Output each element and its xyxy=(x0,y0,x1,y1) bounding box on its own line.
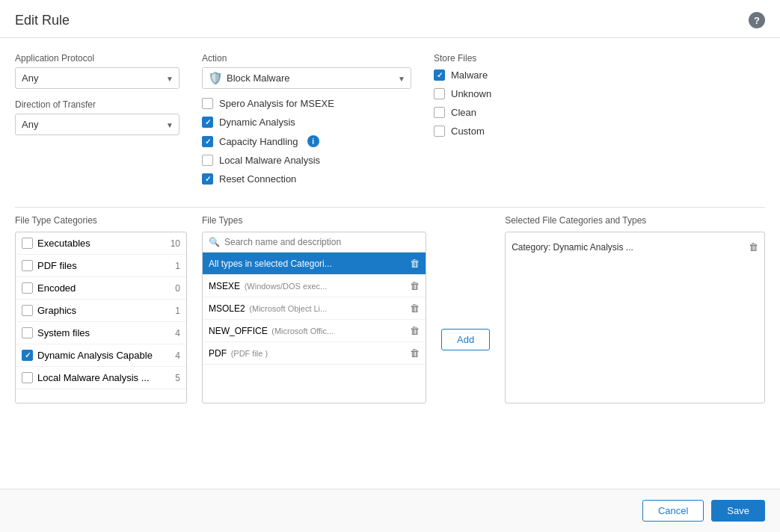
file-type-item[interactable]: NEW_OFFICE (Microsoft Offic... 🗑 xyxy=(203,320,426,342)
clean-store-label[interactable]: Clean xyxy=(451,107,476,118)
reset-checkbox-row: Reset Connection xyxy=(202,173,411,185)
direction-select-wrapper: Any xyxy=(15,114,179,135)
executables-label: Executables xyxy=(37,238,90,249)
dialog-body: Application Protocol Any Direction of Tr… xyxy=(0,38,780,489)
local-malware-analysis-checkbox[interactable] xyxy=(22,372,33,383)
dynamic-checkbox-row: Dynamic Analysis xyxy=(202,117,411,128)
encoded-count: 0 xyxy=(175,283,180,294)
file-types-box: 🔍 All types in selected Categori... 🗑 MS… xyxy=(202,232,426,403)
custom-store-row: Custom xyxy=(434,126,765,137)
file-type-item[interactable]: PDF (PDF file ) 🗑 xyxy=(203,342,426,365)
store-files-title: Store Files xyxy=(434,53,765,64)
list-item[interactable]: Dynamic Analysis Capable 4 xyxy=(16,344,186,367)
selected-files-box: Category: Dynamic Analysis ... 🗑 xyxy=(505,232,765,403)
pdf-files-checkbox[interactable] xyxy=(22,260,33,271)
selected-item: Category: Dynamic Analysis ... 🗑 xyxy=(512,238,758,256)
action-select[interactable]: Block Malware xyxy=(202,67,411,89)
action-select-wrapper: 🛡️ Block Malware xyxy=(202,67,411,89)
local-malware-checkbox[interactable] xyxy=(202,155,213,166)
msole2-label: MSOLE2 (Microsoft Object Li... xyxy=(209,303,327,314)
unknown-store-label[interactable]: Unknown xyxy=(451,88,491,99)
bottom-section: File Type Categories Executables 10 PDF … xyxy=(15,215,765,403)
search-box: 🔍 xyxy=(203,232,426,253)
unknown-store-row: Unknown xyxy=(434,88,765,99)
local-malware-analysis-label: Local Malware Analysis ... xyxy=(37,372,150,383)
list-item[interactable]: Graphics 1 xyxy=(16,300,186,322)
col-store-files: Store Files Malware Unknown Clean Custom xyxy=(434,53,765,192)
help-icon[interactable]: ? xyxy=(749,12,765,28)
list-item[interactable]: Local Malware Analysis ... 5 xyxy=(16,367,186,389)
malware-store-checkbox[interactable] xyxy=(434,69,445,81)
list-item[interactable]: Executables 10 xyxy=(16,232,186,255)
new-office-delete-icon[interactable]: 🗑 xyxy=(410,325,420,336)
reset-label[interactable]: Reset Connection xyxy=(219,173,296,185)
pdf-files-label: PDF files xyxy=(37,260,77,271)
dynamic-analysis-capable-label: Dynamic Analysis Capable xyxy=(37,350,153,361)
cancel-button[interactable]: Cancel xyxy=(642,500,704,522)
dialog-title: Edit Rule xyxy=(15,13,70,28)
col-file-categories: File Type Categories Executables 10 PDF … xyxy=(15,215,187,403)
selected-item-delete-icon[interactable]: 🗑 xyxy=(749,241,758,253)
local-malware-analysis-count: 5 xyxy=(175,373,180,383)
file-type-item[interactable]: MSOLE2 (Microsoft Object Li... 🗑 xyxy=(203,297,426,320)
top-section: Application Protocol Any Direction of Tr… xyxy=(15,53,765,192)
app-protocol-label: Application Protocol xyxy=(15,53,179,64)
app-protocol-select[interactable]: Any xyxy=(15,67,179,89)
dynamic-analysis-capable-checkbox[interactable] xyxy=(22,350,33,361)
dynamic-analysis-capable-count: 4 xyxy=(175,350,180,361)
executables-checkbox[interactable] xyxy=(22,238,33,249)
executables-count: 10 xyxy=(171,238,180,249)
local-malware-label[interactable]: Local Malware Analysis xyxy=(219,155,320,166)
system-files-checkbox[interactable] xyxy=(22,327,33,338)
col-app-protocol: Application Protocol Any Direction of Tr… xyxy=(15,53,179,192)
pdf-files-count: 1 xyxy=(175,261,180,271)
list-item[interactable]: System files 4 xyxy=(16,322,186,344)
msexe-label: MSEXE (Windows/DOS exec... xyxy=(209,280,327,291)
all-types-delete-icon[interactable]: 🗑 xyxy=(410,258,420,269)
capacity-info-icon[interactable]: i xyxy=(307,135,319,147)
add-button-wrapper: Add xyxy=(441,215,490,403)
selected-item-label: Category: Dynamic Analysis ... xyxy=(512,242,633,253)
capacity-checkbox[interactable] xyxy=(202,136,213,147)
spero-checkbox[interactable] xyxy=(202,98,213,109)
malware-store-label[interactable]: Malware xyxy=(451,69,488,81)
new-office-label: NEW_OFFICE (Microsoft Offic... xyxy=(209,325,334,336)
encoded-checkbox[interactable] xyxy=(22,282,33,294)
list-item[interactable]: Encoded 0 xyxy=(16,277,186,300)
clean-store-checkbox[interactable] xyxy=(434,107,445,118)
selected-files-title: Selected File Categories and Types xyxy=(505,215,765,226)
file-categories-list: Executables 10 PDF files 1 Encoded 0 xyxy=(16,232,186,403)
search-input[interactable] xyxy=(224,237,420,247)
msole2-delete-icon[interactable]: 🗑 xyxy=(410,303,420,314)
custom-store-checkbox[interactable] xyxy=(434,126,445,137)
col-file-types: File Types 🔍 All types in selected Categ… xyxy=(202,215,426,403)
dialog-header: Edit Rule ? xyxy=(0,0,780,38)
dynamic-checkbox[interactable] xyxy=(202,117,213,128)
list-item[interactable]: PDF files 1 xyxy=(16,255,186,277)
capacity-label[interactable]: Capacity Handling xyxy=(219,136,298,147)
system-files-count: 4 xyxy=(175,328,180,338)
dialog-footer: Cancel Save xyxy=(0,489,780,532)
dynamic-label[interactable]: Dynamic Analysis xyxy=(219,117,295,128)
all-types-label: All types in selected Categori... xyxy=(209,259,332,269)
reset-checkbox[interactable] xyxy=(202,173,213,185)
file-categories-box: Executables 10 PDF files 1 Encoded 0 xyxy=(15,232,187,403)
spero-label[interactable]: Spero Analysis for MSEXE xyxy=(219,98,334,109)
col-selected: Selected File Categories and Types Categ… xyxy=(505,215,765,403)
add-button[interactable]: Add xyxy=(441,329,490,350)
unknown-store-checkbox[interactable] xyxy=(434,88,445,99)
graphics-label: Graphics xyxy=(37,305,76,316)
file-types-list: All types in selected Categori... 🗑 MSEX… xyxy=(203,253,426,403)
file-type-item[interactable]: All types in selected Categori... 🗑 xyxy=(203,253,426,275)
custom-store-label[interactable]: Custom xyxy=(451,126,485,137)
edit-rule-dialog: Edit Rule ? Application Protocol Any Dir… xyxy=(0,0,780,532)
action-label: Action xyxy=(202,53,411,64)
direction-select[interactable]: Any xyxy=(15,114,179,135)
file-type-item[interactable]: MSEXE (Windows/DOS exec... 🗑 xyxy=(203,275,426,297)
graphics-checkbox[interactable] xyxy=(22,305,33,316)
pdf-delete-icon[interactable]: 🗑 xyxy=(410,347,420,359)
save-button[interactable]: Save xyxy=(711,500,765,522)
msexe-delete-icon[interactable]: 🗑 xyxy=(410,280,420,291)
graphics-count: 1 xyxy=(175,306,180,316)
section-divider xyxy=(15,207,765,208)
